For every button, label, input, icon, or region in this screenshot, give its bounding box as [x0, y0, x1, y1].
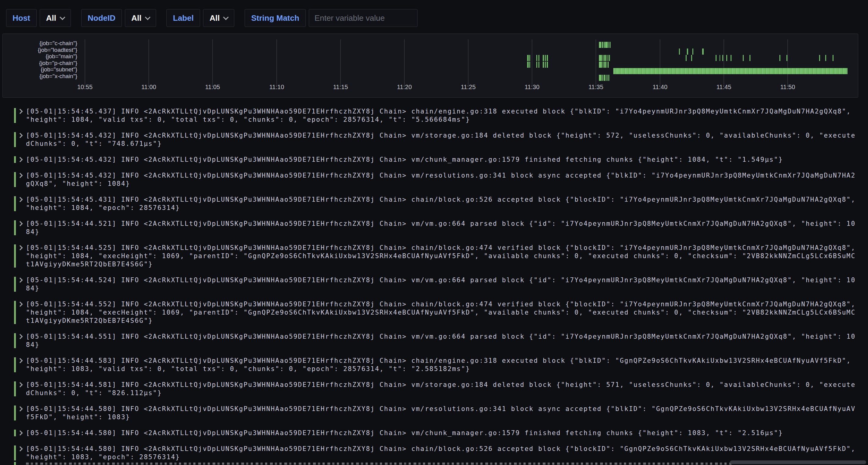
log-text: [05-01|15:54:44.521] INFO <2AcRkXTLLtQjv…	[26, 220, 857, 236]
log-row[interactable]: [05-01|15:54:45.432] INFO <2AcRkXTLLtQjv…	[0, 171, 868, 188]
log-level-bar	[14, 196, 16, 211]
log-list: [05-01|15:54:45.437] INFO <2AcRkXTLLtQjv…	[0, 107, 868, 461]
expand-chevron-icon[interactable]	[18, 133, 23, 138]
timeline-bar-main	[599, 55, 602, 61]
expand-chevron-icon[interactable]	[18, 334, 23, 339]
log-row[interactable]: [05-01|15:54:44.552] INFO <2AcRkXTLLtQjv…	[0, 300, 868, 325]
expand-chevron-icon[interactable]	[18, 302, 23, 307]
variable-dropdown-nodeid[interactable]: All	[125, 9, 156, 27]
log-row[interactable]: [05-01|15:54:44.551] INFO <2AcRkXTLLtQjv…	[0, 333, 868, 349]
timeline-bar-main	[686, 55, 687, 61]
log-text: [05-01|15:54:45.431] INFO <2AcRkXTLLtQjv…	[26, 196, 857, 212]
x-axis-tick-label: 11:35	[589, 84, 603, 91]
timeline-bar-p-chain	[602, 62, 603, 68]
expand-chevron-icon[interactable]	[18, 278, 23, 283]
timeline-bar-main	[825, 55, 826, 61]
log-level-bar	[14, 430, 16, 436]
timeline-bar-main	[529, 55, 530, 61]
log-text: [05-01|15:54:45.437] INFO <2AcRkXTLLtQjv…	[26, 107, 857, 124]
timeline-bar-main	[722, 55, 723, 61]
timeline-bar-p-chain	[607, 62, 607, 68]
log-level-bar	[14, 462, 16, 465]
log-row[interactable]: [05-01|15:54:44.580] INFO <2AcRkXTLLtQjv…	[0, 405, 868, 421]
variable-group-nodeid: NodeID All	[81, 9, 156, 27]
chevron-down-icon	[223, 14, 229, 20]
expand-chevron-icon[interactable]	[18, 446, 23, 452]
gridline	[532, 39, 532, 85]
variable-label-label: Label	[166, 9, 200, 27]
log-row[interactable]: [05-01|15:54:45.431] INFO <2AcRkXTLLtQjv…	[0, 196, 868, 212]
timeline-bar-main	[731, 55, 732, 61]
log-text: [05-01|15:54:45.432] INFO <2AcRkXTLLtQjv…	[26, 132, 857, 148]
expand-chevron-icon[interactable]	[18, 382, 23, 388]
timeline-bar-subnet	[613, 68, 847, 74]
log-text: [05-01|15:54:44.580] INFO <2AcRkXTLLtQjv…	[26, 429, 857, 437]
log-text: [05-01|15:54:45.432] INFO <2AcRkXTLLtQjv…	[26, 156, 857, 164]
log-level-bar	[14, 445, 16, 460]
expand-chevron-icon[interactable]	[18, 109, 23, 114]
log-level-bar	[14, 357, 16, 372]
timeline-bar-main	[547, 55, 548, 61]
variable-label-host: Host	[6, 9, 37, 27]
timeline-bar-main	[786, 55, 787, 61]
expand-chevron-icon[interactable]	[18, 358, 23, 363]
log-row[interactable]: [05-01|15:54:44.580] INFO <2AcRkXTLLtQjv…	[0, 429, 868, 437]
log-level-bar	[14, 132, 16, 147]
log-row[interactable]: [05-01|15:54:45.432] INFO <2AcRkXTLLtQjv…	[0, 156, 868, 164]
clipped-log-text	[26, 463, 732, 465]
timeline-bar-c-chain	[605, 42, 608, 48]
chart-plot-area: 10:5511:0011:0511:1011:1511:2011:2511:30…	[3, 34, 858, 97]
variable-dropdown-host[interactable]: All	[40, 9, 71, 27]
gridline	[276, 39, 277, 85]
gridline	[340, 39, 341, 85]
log-row[interactable]: [05-01|15:54:45.432] INFO <2AcRkXTLLtQjv…	[0, 132, 868, 148]
expand-chevron-icon[interactable]	[18, 406, 23, 411]
timeline-bar-main	[607, 55, 607, 61]
log-row[interactable]: [05-01|15:54:44.524] INFO <2AcRkXTLLtQjv…	[0, 276, 868, 293]
timeline-bar-p-chain	[604, 62, 606, 68]
timeline-bar-x-chain	[606, 75, 607, 81]
expand-chevron-icon[interactable]	[18, 431, 23, 436]
gridline	[468, 39, 468, 85]
timeline-bar-x-chain	[602, 75, 603, 81]
gridline	[149, 39, 149, 85]
log-row[interactable]: [05-01|15:54:45.437] INFO <2AcRkXTLLtQjv…	[0, 107, 868, 124]
log-row[interactable]: [05-01|15:54:44.581] INFO <2AcRkXTLLtQjv…	[0, 381, 868, 397]
timeline-bar-c-chain	[602, 42, 603, 48]
variable-group-label: Label All	[166, 9, 234, 27]
variable-dropdown-label[interactable]: All	[203, 9, 234, 27]
expand-chevron-icon[interactable]	[18, 173, 23, 178]
string-match-input[interactable]	[309, 9, 417, 27]
log-level-bar	[14, 172, 16, 187]
expand-chevron-icon[interactable]	[18, 157, 23, 162]
x-axis-tick-label: 11:40	[653, 84, 668, 91]
log-level-bar	[14, 277, 16, 292]
timeline-bar-c-chain	[599, 42, 601, 48]
variable-value-label: All	[210, 13, 220, 23]
timeline-bar-p-chain	[545, 62, 546, 68]
gridline	[212, 39, 213, 85]
log-row[interactable]: [05-01|15:54:44.521] INFO <2AcRkXTLLtQjv…	[0, 220, 868, 236]
timeline-bar-p-chain	[536, 62, 537, 68]
gridline	[787, 39, 788, 85]
log-row[interactable]: [05-01|15:54:44.580] INFO <2AcRkXTLLtQjv…	[0, 445, 868, 461]
timeline-bar-main	[604, 55, 606, 61]
timeline-bar-loadtest	[692, 48, 693, 55]
log-level-bar	[14, 244, 16, 268]
log-volume-panel: {job="c-chain"}{job="loadtest"}{job="mai…	[2, 34, 858, 98]
horizontal-scrollbar-thumb[interactable]	[730, 460, 866, 464]
log-row[interactable]: [05-01|15:54:44.583] INFO <2AcRkXTLLtQjv…	[0, 357, 868, 373]
timeline-bar-p-chain	[529, 62, 530, 68]
timeline-bar-main	[743, 55, 744, 61]
expand-chevron-icon[interactable]	[18, 221, 23, 226]
log-text: [05-01|15:54:44.580] INFO <2AcRkXTLLtQjv…	[26, 405, 857, 421]
log-level-bar	[14, 220, 16, 235]
x-axis-tick-label: 10:55	[77, 84, 93, 91]
gridline	[404, 39, 405, 85]
variables-toolbar: Host All NodeID All Label All String Mat…	[6, 9, 417, 27]
timeline-bar-p-chain	[608, 62, 609, 68]
variable-value-nodeid: All	[131, 13, 142, 23]
log-row[interactable]: [05-01|15:54:44.525] INFO <2AcRkXTLLtQjv…	[0, 244, 868, 268]
expand-chevron-icon[interactable]	[18, 197, 23, 202]
expand-chevron-icon[interactable]	[18, 245, 23, 251]
